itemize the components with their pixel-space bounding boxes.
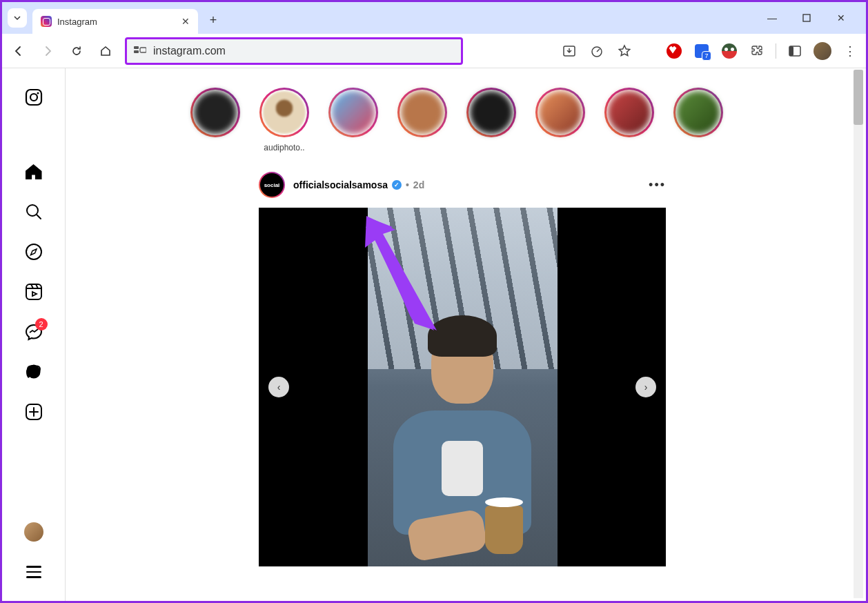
feed-post: social officialsocialsamosa ✓ • 2d ••• — [259, 172, 666, 566]
post-timestamp: 2d — [413, 179, 424, 190]
post-media[interactable]: ‹ › — [259, 208, 666, 566]
bookmark-star-icon[interactable] — [615, 42, 633, 60]
nav-reload-button[interactable] — [67, 41, 86, 61]
sidebar-more-menu[interactable] — [24, 562, 43, 582]
browser-profile-avatar[interactable] — [813, 42, 831, 60]
window-maximize-button[interactable] — [796, 7, 818, 29]
address-bar[interactable]: instagram.com — [125, 37, 463, 65]
extension-eyes-icon[interactable] — [720, 42, 738, 60]
new-tab-button[interactable]: + — [204, 10, 223, 30]
window-controls: — ✕ — [761, 7, 860, 29]
site-info-icon[interactable] — [134, 45, 146, 57]
instagram-feed: audiphoto.. social officialsocialsamosa … — [66, 68, 866, 601]
sidebar-create[interactable] — [24, 402, 43, 422]
nav-forward-button[interactable] — [38, 41, 57, 61]
sidebar-notifications[interactable] — [24, 362, 43, 382]
post-author-avatar[interactable]: social — [259, 172, 285, 198]
instagram-logo-icon[interactable] — [24, 88, 43, 107]
post-username[interactable]: officialsocialsamosa — [293, 179, 388, 190]
window-close-button[interactable]: ✕ — [830, 7, 852, 29]
story-item[interactable] — [328, 88, 379, 143]
stories-tray: audiphoto.. — [190, 88, 866, 152]
sidepanel-icon[interactable] — [786, 42, 804, 60]
svg-rect-3 — [140, 48, 146, 52]
carousel-next-button[interactable]: › — [635, 377, 656, 397]
extensions-puzzle-icon[interactable] — [748, 42, 766, 60]
story-item[interactable] — [604, 88, 655, 143]
page-scrollbar[interactable] — [854, 70, 863, 598]
sidebar-explore[interactable] — [24, 242, 43, 261]
instagram-favicon-icon — [41, 16, 52, 27]
svg-rect-2 — [134, 50, 139, 53]
performance-icon[interactable] — [588, 42, 606, 60]
post-more-button[interactable]: ••• — [649, 178, 666, 192]
install-app-icon[interactable] — [560, 42, 578, 60]
verified-badge-icon: ✓ — [392, 180, 402, 190]
post-video-frame — [368, 208, 558, 566]
nav-back-button[interactable] — [9, 41, 28, 61]
story-item[interactable] — [397, 88, 448, 143]
post-separator: • — [406, 179, 409, 190]
story-item[interactable] — [535, 88, 586, 143]
svg-rect-7 — [789, 46, 793, 56]
tab-title: Instagram — [57, 17, 176, 27]
ublock-extension-icon[interactable] — [665, 42, 683, 60]
sidebar-profile-avatar[interactable] — [24, 522, 43, 542]
tab-close-button[interactable]: ✕ — [181, 16, 190, 27]
extension-blue-icon[interactable]: 7 — [693, 42, 711, 60]
sidebar-reels[interactable] — [24, 282, 43, 302]
window-minimize-button[interactable]: — — [761, 7, 783, 29]
sidebar-search[interactable] — [24, 202, 43, 221]
story-item[interactable] — [190, 88, 241, 143]
story-item[interactable] — [466, 88, 517, 143]
browser-tab[interactable]: Instagram ✕ — [32, 9, 198, 34]
toolbar-divider — [776, 43, 776, 59]
svg-point-10 — [37, 92, 39, 95]
svg-rect-1 — [134, 46, 139, 49]
sidebar-messages[interactable]: 2 — [24, 322, 43, 342]
sidebar-home[interactable] — [24, 162, 43, 181]
messages-badge: 2 — [35, 318, 48, 330]
svg-point-12 — [26, 244, 41, 259]
svg-point-9 — [30, 94, 37, 101]
post-header: social officialsocialsamosa ✓ • 2d ••• — [259, 172, 666, 198]
nav-home-button[interactable] — [96, 41, 115, 61]
svg-rect-0 — [803, 14, 810, 21]
carousel-prev-button[interactable]: ‹ — [268, 377, 289, 397]
instagram-sidebar: 2 — [2, 68, 66, 601]
browser-titlebar: Instagram ✕ + — ✕ — [2, 2, 866, 34]
story-item[interactable] — [673, 88, 724, 143]
tab-search-button[interactable] — [8, 8, 27, 28]
url-text: instagram.com — [153, 45, 454, 57]
browser-menu-button[interactable]: ⋮ — [841, 42, 859, 60]
browser-toolbar: instagram.com 7 ⋮ — [2, 34, 866, 68]
story-item-audiphoto[interactable]: audiphoto.. — [259, 88, 310, 152]
svg-rect-8 — [26, 90, 41, 105]
